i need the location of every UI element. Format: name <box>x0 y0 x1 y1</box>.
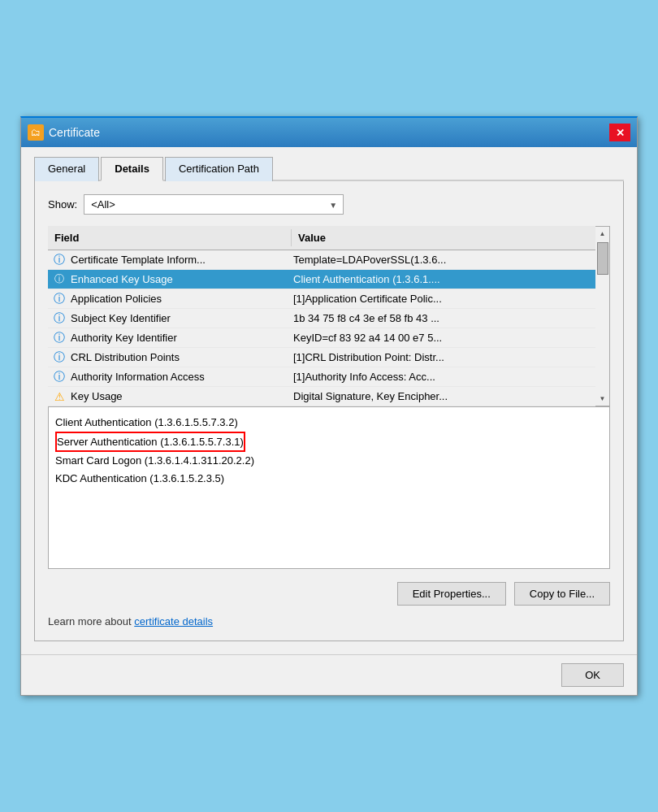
action-buttons-row: Edit Properties... Copy to File... <box>48 582 610 606</box>
scroll-track <box>595 239 609 393</box>
row-icon-info: ⓘ <box>51 350 67 366</box>
table-row[interactable]: ⓘ Authority Key Identifier KeyID=cf 83 9… <box>48 328 595 348</box>
edit-properties-button[interactable]: Edit Properties... <box>397 582 506 606</box>
table-row[interactable]: ⓘ Certificate Template Inform... Templat… <box>48 250 595 270</box>
row-value: KeyID=cf 83 92 a4 14 00 e7 5... <box>287 328 595 347</box>
window-icon-symbol: 🗂 <box>31 127 41 138</box>
scroll-thumb[interactable] <box>597 242 608 275</box>
row-value: [1]Application Certificate Polic... <box>287 289 595 308</box>
table-row[interactable]: ⚠ Key Usage Digital Signature, Key Encip… <box>48 387 595 406</box>
row-icon-warning: ⚠ <box>51 389 67 405</box>
row-field: Key Usage <box>67 387 287 406</box>
copy-to-file-button[interactable]: Copy to File... <box>514 582 610 606</box>
detail-line: Smart Card Logon (1.3.6.1.4.1.311.20.2.2… <box>55 452 603 470</box>
table-row[interactable]: ⓘ CRL Distribution Points [1]CRL Distrib… <box>48 348 595 367</box>
tab-bar: General Details Certification Path <box>34 155 624 181</box>
row-icon-info: ⓘ <box>51 291 67 307</box>
row-value: Client Authentication (1.3.6.1.... <box>287 270 595 289</box>
table-row[interactable]: ⓘ Authority Information Access [1]Author… <box>48 367 595 387</box>
row-field: Authority Information Access <box>67 367 287 386</box>
table-row[interactable]: ⓘ Subject Key Identifier 1b 34 75 f8 c4 … <box>48 309 595 328</box>
learn-more-text: Learn more about certificate details <box>48 615 610 627</box>
detail-line-highlighted: Server Authentication (1.3.6.1.5.5.7.3.1… <box>55 432 245 453</box>
fields-table: Field Value ⓘ Certificate Template Infor… <box>48 226 595 406</box>
fields-table-container: Field Value ⓘ Certificate Template Infor… <box>48 226 610 406</box>
tab-details[interactable]: Details <box>101 157 163 181</box>
show-select-wrapper[interactable]: <All> Version 1 Fields Only Extensions O… <box>84 194 344 215</box>
row-value: [1]CRL Distribution Point: Distr... <box>287 348 595 367</box>
detail-line: KDC Authentication (1.3.6.1.5.2.3.5) <box>55 470 603 488</box>
row-field: Enhanced Key Usage <box>67 270 287 289</box>
window-title: Certificate <box>49 126 100 139</box>
show-row: Show: <All> Version 1 Fields Only Extens… <box>48 194 610 215</box>
close-button[interactable]: ✕ <box>609 124 630 141</box>
tab-certification-path[interactable]: Certification Path <box>165 157 273 181</box>
row-icon-info: ⓘ <box>51 252 67 268</box>
table-header: Field Value <box>48 226 595 250</box>
table-scrollbar[interactable]: ▲ ▼ <box>595 226 610 406</box>
certificate-details-link[interactable]: certificate details <box>134 615 213 627</box>
ok-row: OK <box>21 654 637 695</box>
col-header-field: Field <box>48 229 292 246</box>
col-header-value: Value <box>292 229 595 246</box>
row-field: CRL Distribution Points <box>67 348 287 367</box>
show-label: Show: <box>48 198 77 211</box>
row-field: Authority Key Identifier <box>67 328 287 347</box>
ok-button[interactable]: OK <box>561 663 624 687</box>
tab-general[interactable]: General <box>34 157 99 181</box>
certificate-window: 🗂 Certificate ✕ General Details Certific… <box>20 116 638 696</box>
title-bar: 🗂 Certificate ✕ <box>21 118 637 147</box>
window-content: General Details Certification Path Show:… <box>21 147 637 654</box>
row-value: Digital Signature, Key Encipher... <box>287 387 595 406</box>
row-icon-info: ⓘ <box>51 310 67 327</box>
scroll-down-arrow[interactable]: ▼ <box>598 393 608 404</box>
table-row[interactable]: ⓘ Application Policies [1]Application Ce… <box>48 289 595 309</box>
table-row[interactable]: ⓘ Enhanced Key Usage Client Authenticati… <box>48 270 595 289</box>
scroll-up-arrow[interactable]: ▲ <box>598 228 608 239</box>
row-field: Application Policies <box>67 289 287 308</box>
window-icon: 🗂 <box>28 124 44 141</box>
title-bar-left: 🗂 Certificate <box>28 124 100 141</box>
row-value: [1]Authority Info Access: Acc... <box>287 367 595 386</box>
row-icon-info: ⓘ <box>51 369 67 385</box>
table-body: ⓘ Certificate Template Inform... Templat… <box>48 250 595 406</box>
details-panel: Client Authentication (1.3.6.1.5.5.7.3.2… <box>48 406 610 569</box>
row-icon-info: ⓘ <box>51 330 67 346</box>
detail-line: Client Authentication (1.3.6.1.5.5.7.3.2… <box>55 414 603 432</box>
row-value: Template=LDAPoverSSL(1.3.6... <box>287 250 595 269</box>
row-icon-info: ⓘ <box>51 271 67 288</box>
show-select[interactable]: <All> Version 1 Fields Only Extensions O… <box>84 194 344 215</box>
row-field: Subject Key Identifier <box>67 309 287 328</box>
details-tab-content: Show: <All> Version 1 Fields Only Extens… <box>34 181 624 641</box>
row-field: Certificate Template Inform... <box>67 250 287 269</box>
row-value: 1b 34 75 f8 c4 3e ef 58 fb 43 ... <box>287 309 595 328</box>
